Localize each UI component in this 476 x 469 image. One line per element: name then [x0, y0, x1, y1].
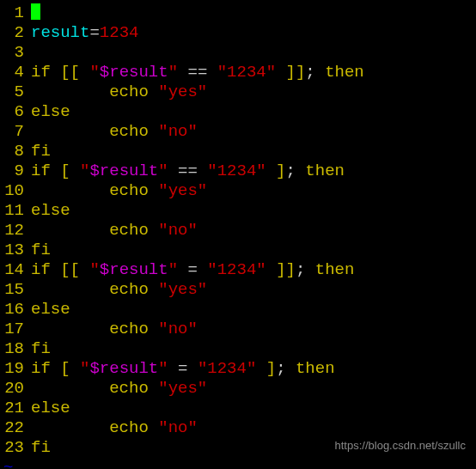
cursor [31, 3, 40, 20]
line-content: echo "yes" [31, 379, 207, 399]
line-content: else [31, 102, 70, 122]
code-line[interactable]: 11else [0, 201, 476, 221]
code-line[interactable]: 3 [0, 43, 476, 63]
line-number: 19 [0, 359, 31, 379]
code-line[interactable]: 4if [[ "$result" == "1234" ]]; then [0, 63, 476, 82]
code-editor[interactable]: 1 2result=123434if [[ "$result" == "1234… [0, 3, 476, 458]
token-magenta: $result [89, 161, 158, 180]
token-yellow: echo [109, 181, 149, 200]
code-line[interactable]: 20 echo "yes" [0, 379, 476, 399]
line-number: 12 [0, 221, 31, 241]
token-yellow: [ [60, 161, 70, 180]
token-default [149, 82, 158, 101]
token-red: " [158, 161, 168, 180]
token-red: " [80, 161, 89, 180]
token-default: == [168, 161, 208, 180]
token-default [149, 221, 158, 240]
token-yellow: fi [31, 142, 51, 161]
token-default [31, 122, 109, 141]
code-line[interactable]: 19if [ "$result" = "1234" ]; then [0, 359, 476, 379]
token-yellow: [[ [60, 63, 80, 82]
token-red: "1234" [207, 260, 265, 279]
token-default: == [178, 63, 217, 82]
code-line[interactable]: 10 echo "yes" [0, 181, 476, 201]
code-line[interactable]: 14if [[ "$result" = "1234" ]]; then [0, 260, 476, 280]
token-red: "no" [158, 122, 198, 141]
token-default: ; [296, 260, 315, 279]
token-yellow: ] [266, 359, 276, 378]
line-number: 10 [0, 181, 31, 201]
token-red: "1234" [207, 161, 265, 180]
token-red: " [89, 63, 99, 82]
line-number: 11 [0, 201, 31, 221]
token-default [31, 82, 109, 101]
line-content: if [ "$result" = "1234" ]; then [31, 359, 335, 379]
token-default [31, 280, 109, 299]
line-content: echo "yes" [31, 82, 207, 102]
token-default: = [168, 359, 198, 378]
token-yellow: fi [31, 438, 51, 457]
line-number: 20 [0, 379, 31, 399]
code-line[interactable]: 8fi [0, 142, 476, 161]
line-content: echo "no" [31, 320, 198, 339]
token-magenta: $result [89, 359, 158, 378]
line-number: 5 [0, 82, 31, 102]
token-yellow: echo [109, 82, 149, 101]
line-number: 2 [0, 23, 31, 43]
token-magenta: $result [100, 260, 168, 279]
code-line[interactable]: 1 [0, 3, 476, 23]
token-yellow: echo [109, 418, 149, 437]
token-default [31, 418, 109, 437]
token-default [149, 320, 158, 338]
token-default [51, 63, 60, 82]
token-red: "1234" [217, 63, 276, 82]
line-content: echo "no" [31, 418, 198, 438]
line-content: fi [31, 339, 51, 359]
token-default [31, 320, 109, 338]
token-yellow: else [31, 399, 70, 417]
token-yellow: ] [276, 161, 285, 180]
code-line[interactable]: 2result=1234 [0, 23, 476, 43]
line-content [31, 3, 40, 23]
code-line[interactable]: 6else [0, 102, 476, 122]
code-line[interactable]: 17 echo "no" [0, 320, 476, 339]
token-yellow: echo [109, 221, 149, 240]
line-number: 22 [0, 418, 31, 438]
line-content: fi [31, 241, 51, 260]
code-line[interactable]: 18fi [0, 339, 476, 359]
code-line[interactable]: 9if [ "$result" == "1234" ]; then [0, 161, 476, 181]
code-line[interactable]: 7 echo "no" [0, 122, 476, 142]
token-yellow: fi [31, 241, 51, 259]
token-red: " [158, 359, 168, 378]
code-line[interactable]: 15 echo "yes" [0, 280, 476, 300]
token-red: "yes" [158, 280, 207, 299]
watermark-text: https://blog.csdn.net/szullc [335, 436, 466, 455]
code-line[interactable]: 5 echo "yes" [0, 82, 476, 102]
line-content: else [31, 201, 70, 221]
token-default [149, 280, 158, 299]
line-content: fi [31, 438, 51, 458]
code-line[interactable]: 12 echo "no" [0, 221, 476, 241]
token-magenta: $result [100, 63, 168, 82]
line-number: 16 [0, 300, 31, 320]
token-default [80, 63, 89, 82]
line-number: 13 [0, 241, 31, 260]
code-line[interactable]: 16else [0, 300, 476, 320]
token-yellow: ]] [286, 63, 306, 82]
token-yellow: then [305, 161, 345, 180]
token-yellow: then [296, 359, 335, 378]
token-yellow: echo [109, 122, 149, 141]
token-yellow: echo [109, 320, 149, 338]
code-line[interactable]: 13fi [0, 241, 476, 260]
line-content: else [31, 399, 70, 418]
token-default [31, 221, 109, 240]
token-yellow: echo [109, 280, 149, 299]
line-number: 8 [0, 142, 31, 161]
token-red: 1234 [100, 23, 139, 42]
token-cyan: result [31, 23, 89, 42]
token-yellow: fi [31, 339, 51, 358]
line-number: 3 [0, 43, 31, 63]
token-yellow: else [31, 300, 70, 319]
code-line[interactable]: 21else [0, 399, 476, 418]
line-content: echo "no" [31, 221, 198, 241]
